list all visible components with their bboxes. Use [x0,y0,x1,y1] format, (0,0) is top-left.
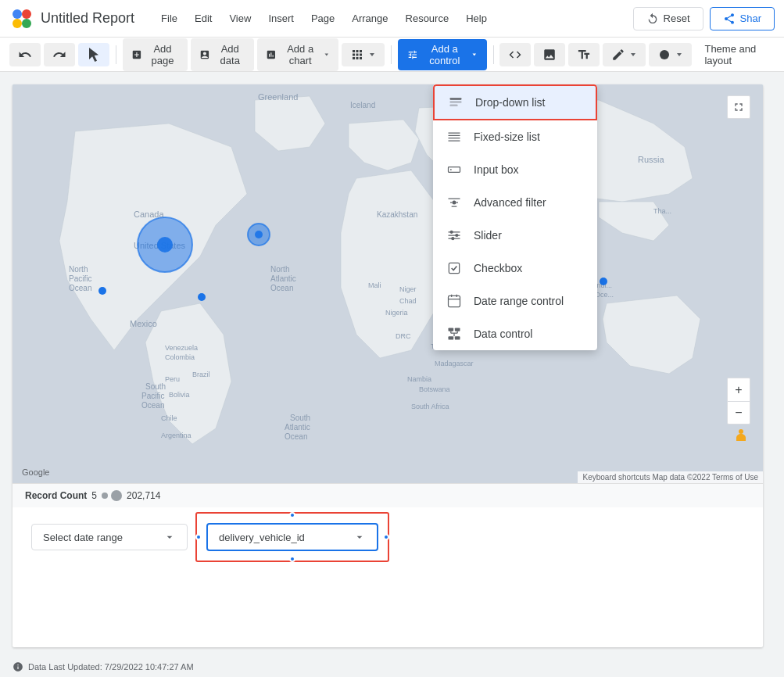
svg-point-69 [453,201,456,205]
textbox-icon [577,48,591,62]
code-icon [508,48,522,62]
add-control-button[interactable]: Add a control [398,39,487,70]
add-data-button[interactable]: Add data [191,38,254,71]
menu-insert[interactable]: Insert [260,9,302,27]
svg-text:South: South [290,414,310,422]
menu-item-slider-label: Slider [474,229,502,242]
zoom-in-button[interactable]: + [727,378,750,401]
svg-text:Ocean: Ocean [270,284,293,292]
menu-item-dropdown-list[interactable]: Drop-down list [433,84,597,120]
shapes-icon [657,48,671,62]
menu-item-date-range[interactable]: Date range control [433,285,597,317]
report-canvas: Canada United States Mexico North Pacifi… [13,84,763,647]
menu-help[interactable]: Help [458,9,495,27]
menu-item-slider[interactable]: Slider [433,219,597,252]
svg-text:Atlantic: Atlantic [285,423,310,432]
code-button[interactable] [499,43,531,66]
svg-text:Brazil: Brazil [192,371,210,378]
svg-rect-76 [449,263,459,273]
add-components-button[interactable] [342,43,385,66]
advanced-filter-icon [446,194,463,211]
select-button[interactable] [78,43,109,66]
add-page-button[interactable]: Add page [123,38,188,71]
zoom-out-button[interactable]: − [727,401,750,424]
record-count-number: 202,714 [127,490,160,501]
menu-view[interactable]: View [221,9,259,27]
reset-icon [646,13,659,25]
redo-icon [52,48,66,62]
image-icon [542,48,557,62]
add-chart-button[interactable]: Add a chart [257,38,338,71]
svg-text:Ocean: Ocean [285,432,307,441]
svg-point-4 [660,50,669,59]
svg-text:Nigeria: Nigeria [385,309,408,317]
svg-point-58 [600,278,607,285]
record-count-bar: Record Count 5 202,714 [13,483,763,507]
image-button[interactable] [534,43,565,66]
menu-item-advanced-filter[interactable]: Advanced filter [433,186,597,219]
svg-point-0 [13,9,22,19]
menu-item-dropdown-list-label: Drop-down list [475,96,545,109]
svg-rect-81 [449,328,454,331]
delivery-vehicle-select[interactable]: delivery_vehicle_id [206,523,378,551]
report-title: Untitled Report [41,10,134,27]
svg-text:North: North [69,265,88,274]
svg-text:Colombia: Colombia [165,353,195,361]
map-attribution: Keyboard shortcuts Map data ©2022 Terms … [578,471,763,483]
menu-item-checkbox[interactable]: Checkbox [433,252,597,285]
svg-text:Chad: Chad [399,297,417,305]
map-zoom-controls: + − [727,378,750,424]
menu-resource[interactable]: Resource [398,9,457,27]
anchor-left[interactable] [195,534,202,540]
anchor-top[interactable] [289,512,295,518]
theme-layout-button[interactable]: Theme and layout [698,39,775,70]
menu-page[interactable]: Page [303,9,342,27]
date-range-placeholder: Select date range [43,532,123,543]
menu-file[interactable]: File [153,9,185,27]
delivery-field-label: delivery_vehicle_id [219,532,305,543]
svg-text:Niger: Niger [399,285,417,293]
slider-icon [446,227,463,244]
svg-text:Mali: Mali [368,281,381,289]
menu-item-fixed-size-list-label: Fixed-size list [474,131,540,143]
redo-button[interactable] [44,43,75,66]
svg-text:Atlantic: Atlantic [270,274,296,283]
divider-3 [493,45,494,64]
share-button[interactable]: Shar [710,7,775,30]
draw-icon [611,48,625,62]
svg-text:Greenland: Greenland [258,92,298,102]
street-view-button[interactable] [732,428,750,449]
draw-button[interactable] [603,43,646,66]
svg-text:Venezuela: Venezuela [165,344,198,352]
menu-item-data-control[interactable]: Data control [433,317,597,350]
date-range-select[interactable]: Select date range [31,524,188,550]
add-control-label: Add a control [422,43,467,66]
record-count-value: 5 [91,490,97,501]
menu-item-fixed-size-list[interactable]: Fixed-size list [433,120,597,153]
checkbox-icon [446,260,463,277]
menu-item-input-box[interactable]: Input box [433,153,597,186]
svg-text:Pacific: Pacific [141,392,164,400]
textbox-button[interactable] [568,43,600,66]
svg-point-52 [157,237,173,253]
person-icon [732,428,750,446]
undo-button[interactable] [9,43,41,66]
svg-text:Ocean: Ocean [69,284,91,292]
map-fullscreen-button[interactable] [727,95,750,119]
anchor-right[interactable] [383,534,389,540]
svg-point-55 [98,287,106,295]
fullscreen-icon [732,101,745,113]
add-page-label: Add page [146,43,180,66]
input-box-icon [446,161,463,178]
menu-bar: File Edit View Insert Page Arrange Resou… [153,9,495,27]
menu-item-data-control-label: Data control [474,328,532,340]
menu-edit[interactable]: Edit [187,9,220,27]
delivery-select-wrapper: delivery_vehicle_id [206,523,378,551]
cursor-icon [87,48,101,62]
menu-arrange[interactable]: Arrange [344,9,396,27]
shapes-button[interactable] [649,43,692,66]
anchor-bottom[interactable] [289,556,295,562]
bottom-controls: Select date range delivery_vehicle_id [13,507,763,567]
svg-point-73 [450,231,453,234]
reset-button[interactable]: Reset [633,7,703,30]
